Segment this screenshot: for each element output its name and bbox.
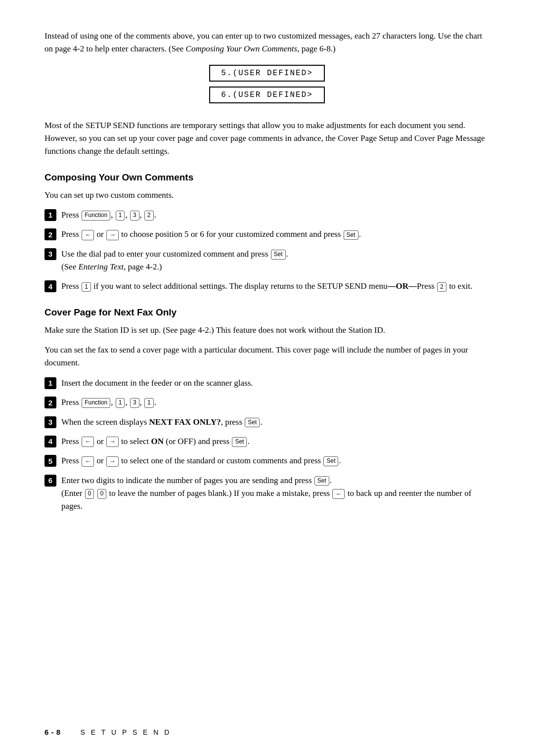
cp-key-function: Function	[82, 398, 110, 408]
step-1-content: Press Function, 1, 3, 2.	[61, 209, 490, 222]
composing-step-4: 4 Press 1 if you want to select addition…	[44, 280, 490, 293]
cp-step-4-content: Press ← or → to select ON (or OFF) and p…	[61, 435, 490, 448]
key-2-step4: 2	[437, 282, 446, 292]
display-item-6: 6.(USER DEFINED>	[209, 87, 325, 103]
coverpage-step-2: 2 Press Function, 1, 3, 1.	[44, 396, 490, 409]
intro-italic-text: Composing Your Own Comments	[186, 44, 298, 53]
step-4-content: Press 1 if you want to select additional…	[61, 280, 490, 293]
step-num-3: 3	[44, 248, 56, 260]
coverpage-step-4: 4 Press ← or → to select ON (or OFF) and…	[44, 435, 490, 448]
composing-step-3: 3 Use the dial pad to enter your customi…	[44, 248, 490, 274]
cp-key-set-3: Set	[245, 418, 260, 428]
cp-step-num-3: 3	[44, 416, 56, 428]
right-arrow-key: →	[106, 230, 119, 240]
coverpage-step-5: 5 Press ← or → to select one of the stan…	[44, 454, 490, 467]
cp-step-6-content: Enter two digits to indicate the number …	[61, 474, 490, 513]
composing-step-2: 2 Press ← or → to choose position 5 or 6…	[44, 228, 490, 241]
composing-steps: 1 Press Function, 1, 3, 2. 2 Press ← or …	[44, 209, 490, 293]
composing-intro: You can set up two custom comments.	[44, 189, 490, 202]
display-box-container: 5.(USER DEFINED> 6.(USER DEFINED>	[44, 65, 490, 108]
cp-right-arrow: →	[106, 437, 119, 447]
cp-step-num-6: 6	[44, 475, 56, 487]
coverpage-step-6: 6 Enter two digits to indicate the numbe…	[44, 474, 490, 513]
intro-paragraph: Instead of using one of the comments abo…	[44, 30, 490, 56]
coverpage-para1: Make sure the Station ID is set up. (See…	[44, 324, 490, 337]
footer-page-number: 6 - 8	[44, 728, 61, 736]
key-function: Function	[82, 211, 110, 221]
composing-section-heading: Composing Your Own Comments	[44, 172, 490, 183]
key-1-step4: 1	[82, 282, 91, 292]
cp-step-num-4: 4	[44, 436, 56, 447]
key-1: 1	[116, 211, 125, 221]
cp-step-2-content: Press Function, 1, 3, 1.	[61, 396, 490, 409]
next-fax-only-label: NEXT FAX ONLY?	[149, 417, 221, 427]
coverpage-para2: You can set the fax to send a cover page…	[44, 344, 490, 370]
step-num-4: 4	[44, 280, 56, 292]
key-set-3: Set	[271, 250, 286, 260]
coverpage-step-1: 1 Insert the document in the feeder or o…	[44, 377, 490, 390]
coverpage-step-3: 3 When the screen displays NEXT FAX ONLY…	[44, 416, 490, 429]
step-num-1: 1	[44, 209, 56, 221]
page-container: Instead of using one of the comments abo…	[0, 0, 534, 559]
key-2: 2	[144, 211, 154, 221]
display-item-5: 5.(USER DEFINED>	[209, 65, 325, 82]
cp-key-set-6: Set	[314, 476, 329, 486]
coverpage-section-heading: Cover Page for Next Fax Only	[44, 307, 490, 318]
page-footer: 6 - 8 S E T U P S E N D	[44, 728, 490, 736]
cp-step-num-5: 5	[44, 455, 56, 467]
cp-key-set-4: Set	[232, 437, 247, 447]
cp-left-arrow: ←	[82, 437, 94, 447]
cp-left-arrow-6: ←	[332, 489, 345, 499]
footer-title: S E T U P S E N D	[81, 728, 172, 736]
body-paragraph: Most of the SETUP SEND functions are tem…	[44, 119, 490, 158]
key-3: 3	[130, 211, 139, 221]
cp-step-num-1: 1	[44, 377, 56, 389]
cp-right-arrow-5: →	[106, 456, 119, 467]
on-label: ON	[151, 437, 164, 446]
cp-step-5-content: Press ← or → to select one of the standa…	[61, 454, 490, 467]
cp-key-1: 1	[116, 398, 125, 408]
key-0b: 0	[97, 489, 107, 499]
step-num-2: 2	[44, 228, 56, 240]
key-set: Set	[344, 230, 358, 240]
cp-step-3-content: When the screen displays NEXT FAX ONLY?,…	[61, 416, 490, 429]
cp-left-arrow-5: ←	[82, 456, 94, 467]
cp-key-set-5: Set	[323, 456, 338, 466]
left-arrow-key: ←	[82, 230, 94, 240]
key-0a: 0	[85, 489, 94, 499]
entering-text-ref: Entering Text	[78, 262, 123, 271]
cp-key-1b: 1	[144, 398, 154, 408]
composing-step-1: 1 Press Function, 1, 3, 2.	[44, 209, 490, 222]
step-3-content: Use the dial pad to enter your customize…	[61, 248, 490, 274]
step-2-content: Press ← or → to choose position 5 or 6 f…	[61, 228, 490, 241]
cp-key-3: 3	[130, 398, 139, 408]
cp-step-1-content: Insert the document in the feeder or on …	[61, 377, 490, 390]
cp-step-num-2: 2	[44, 397, 56, 408]
coverpage-steps: 1 Insert the document in the feeder or o…	[44, 377, 490, 513]
